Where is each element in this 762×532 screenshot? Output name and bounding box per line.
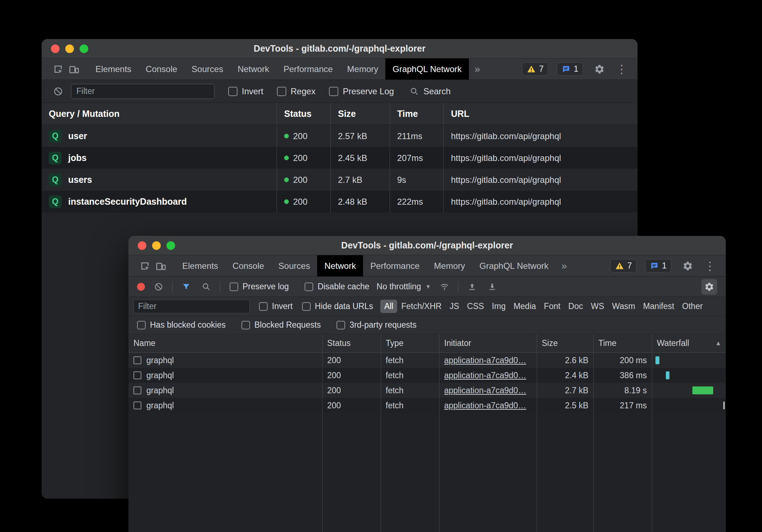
- inspect-icon[interactable]: [50, 61, 66, 77]
- column-divider[interactable]: [593, 334, 594, 532]
- chip-img[interactable]: Img: [488, 300, 509, 313]
- column-divider[interactable]: [439, 334, 439, 532]
- block-clear-icon[interactable]: [50, 84, 66, 99]
- settings-gear-icon[interactable]: [680, 258, 696, 274]
- initiator-link[interactable]: application-a7ca9d0…: [444, 401, 526, 410]
- minimize-button[interactable]: [152, 241, 161, 250]
- warnings-badge[interactable]: 7: [522, 62, 548, 76]
- kebab-menu-icon[interactable]: ⋮: [616, 63, 627, 75]
- import-har-icon[interactable]: [466, 280, 479, 293]
- chip-ws[interactable]: WS: [587, 300, 608, 313]
- column-header-url[interactable]: URL: [443, 103, 638, 125]
- kebab-menu-icon[interactable]: ⋮: [704, 260, 716, 272]
- tab-elements[interactable]: Elements: [88, 58, 138, 80]
- chip-doc[interactable]: Doc: [564, 300, 587, 313]
- table-row[interactable]: Qusers 200 2.7 kB 9s https://gitlab.com/…: [42, 169, 638, 191]
- column-divider[interactable]: [322, 334, 323, 532]
- tab-network[interactable]: Network: [230, 58, 276, 80]
- chip-media[interactable]: Media: [509, 300, 540, 313]
- network-filter-input[interactable]: [133, 300, 250, 313]
- tab-performance[interactable]: Performance: [276, 58, 340, 80]
- close-button[interactable]: [138, 241, 146, 250]
- column-header-size[interactable]: Size: [537, 334, 593, 352]
- chip-fetch-xhr[interactable]: Fetch/XHR: [397, 300, 445, 313]
- column-header-size[interactable]: Size: [330, 103, 390, 125]
- column-header-type[interactable]: Type: [381, 334, 439, 352]
- chip-manifest[interactable]: Manifest: [639, 300, 678, 313]
- table-row[interactable]: QinstanceSecurityDashboard 200 2.48 kB 2…: [42, 191, 638, 213]
- blocked-cookies-checkbox[interactable]: [137, 321, 146, 329]
- third-party-checkbox[interactable]: [337, 321, 345, 329]
- tab-performance[interactable]: Performance: [363, 255, 427, 276]
- column-header-time[interactable]: Time: [390, 103, 443, 125]
- initiator-link[interactable]: application-a7ca9d0…: [444, 356, 526, 365]
- table-row[interactable]: graphql 200 fetch application-a7ca9d0… 2…: [128, 398, 726, 413]
- column-header-status[interactable]: Status: [277, 103, 330, 125]
- request-checkbox[interactable]: [133, 386, 141, 394]
- network-conditions-icon[interactable]: [438, 280, 451, 293]
- search-control[interactable]: Search: [410, 86, 451, 96]
- record-button[interactable]: [137, 283, 145, 291]
- filter-input[interactable]: [71, 84, 215, 99]
- chip-js[interactable]: JS: [446, 300, 463, 313]
- table-row[interactable]: graphql 200 fetch application-a7ca9d0… 2…: [128, 353, 726, 368]
- preserve-log-checkbox[interactable]: [230, 282, 238, 291]
- warnings-badge[interactable]: 7: [610, 259, 636, 272]
- initiator-link[interactable]: application-a7ca9d0…: [444, 386, 526, 395]
- table-row[interactable]: Quser 200 2.57 kB 211ms https://gitlab.c…: [42, 125, 638, 147]
- tab-graphql-network[interactable]: GraphQL Network: [472, 255, 556, 276]
- device-toolbar-icon[interactable]: [153, 258, 169, 274]
- chip-css[interactable]: CSS: [463, 300, 488, 313]
- search-icon[interactable]: [200, 280, 213, 293]
- tab-memory[interactable]: Memory: [427, 255, 472, 276]
- more-tabs-chevron-icon[interactable]: »: [556, 255, 573, 276]
- blocked-requests-checkbox[interactable]: [241, 321, 250, 329]
- minimize-button[interactable]: [65, 44, 74, 53]
- column-header-initiator[interactable]: Initiator: [439, 334, 537, 352]
- column-header-query-mutation[interactable]: Query / Mutation: [42, 103, 277, 125]
- tab-sources[interactable]: Sources: [271, 255, 317, 276]
- device-toolbar-icon[interactable]: [66, 61, 82, 77]
- tab-memory[interactable]: Memory: [340, 58, 386, 80]
- initiator-link[interactable]: application-a7ca9d0…: [444, 371, 526, 380]
- column-header-status[interactable]: Status: [322, 334, 381, 352]
- invert-checkbox[interactable]: [259, 302, 268, 311]
- column-divider[interactable]: [381, 334, 381, 532]
- throttling-select[interactable]: No throttling ▼: [377, 282, 431, 291]
- chip-wasm[interactable]: Wasm: [608, 300, 639, 313]
- issues-badge[interactable]: 1: [645, 259, 671, 272]
- table-row[interactable]: graphql 200 fetch application-a7ca9d0… 2…: [128, 383, 726, 398]
- tab-console[interactable]: Console: [225, 255, 271, 276]
- table-row[interactable]: graphql 200 fetch application-a7ca9d0… 2…: [128, 368, 726, 383]
- regex-checkbox[interactable]: [277, 87, 286, 96]
- more-tabs-chevron-icon[interactable]: »: [469, 58, 486, 80]
- request-checkbox[interactable]: [133, 356, 141, 364]
- chip-other[interactable]: Other: [678, 300, 707, 313]
- column-divider[interactable]: [652, 334, 652, 532]
- inspect-icon[interactable]: [137, 258, 153, 274]
- request-checkbox[interactable]: [133, 371, 141, 379]
- network-settings-gear-icon[interactable]: [701, 279, 717, 295]
- preserve-log-checkbox[interactable]: [329, 87, 338, 96]
- column-header-time[interactable]: Time: [593, 334, 652, 352]
- clear-icon[interactable]: [152, 280, 165, 293]
- settings-gear-icon[interactable]: [592, 61, 607, 77]
- chip-font[interactable]: Font: [540, 300, 564, 313]
- column-divider[interactable]: [537, 334, 537, 532]
- tab-elements[interactable]: Elements: [175, 255, 225, 276]
- column-header-name[interactable]: Name: [128, 334, 322, 352]
- table-row[interactable]: Qjobs 200 2.45 kB 207ms https://gitlab.c…: [42, 147, 638, 169]
- chip-all[interactable]: All: [380, 300, 398, 313]
- invert-checkbox[interactable]: [228, 87, 237, 96]
- issues-badge[interactable]: 1: [557, 62, 583, 76]
- close-button[interactable]: [51, 44, 60, 53]
- tab-network[interactable]: Network: [317, 255, 363, 276]
- maximize-button[interactable]: [80, 44, 88, 53]
- export-har-icon[interactable]: [486, 280, 499, 293]
- tab-graphql-network[interactable]: GraphQL Network: [385, 58, 469, 80]
- column-header-waterfall[interactable]: Waterfall ▲: [652, 334, 726, 352]
- filter-funnel-icon[interactable]: [180, 280, 193, 293]
- hide-data-urls-checkbox[interactable]: [302, 302, 311, 311]
- maximize-button[interactable]: [166, 241, 175, 250]
- tab-console[interactable]: Console: [138, 58, 184, 80]
